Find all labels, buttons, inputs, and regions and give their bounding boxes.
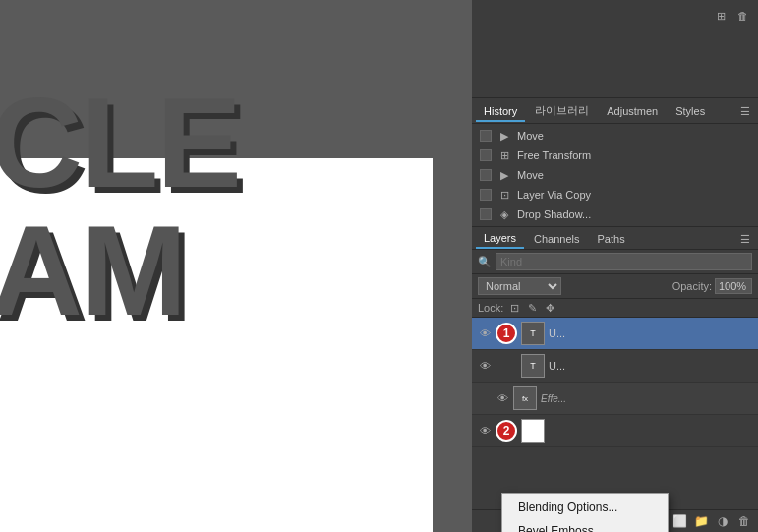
history-checkbox [480,169,492,181]
layer-thumb-fx: fx [513,386,537,410]
history-panel: History 라이브러리 Adjustmen Styles ☰ ▶ Move … [472,98,758,227]
history-label: Layer Via Copy [517,189,591,201]
history-item-layer-via-copy[interactable]: ⊡ Layer Via Copy [472,185,758,205]
history-checkbox [480,208,492,220]
history-item-dropshadow[interactable]: ◈ Drop Shadow... [472,205,758,224]
blend-mode-select[interactable]: Normal [478,277,561,295]
opacity-input[interactable] [715,278,752,294]
context-menu: Blending Options... Bevel Emboss... Stro… [501,493,669,532]
history-checkbox [480,130,492,142]
layer-badge-1: 1 [496,323,517,344]
tab-history[interactable]: History [476,102,525,122]
layer-thumb-text2: T [521,354,545,378]
canvas-area: CLE AM [0,0,472,532]
right-panel: ⊞ 🗑 History 라이브러리 Adjustmen Styles ☰ ▶ M… [472,0,758,532]
mini-panel-icons: ⊞ 🗑 [713,8,750,24]
history-label: Move [517,169,544,181]
layers-search-bar: 🔍 [472,250,758,274]
layers-panel: Layers Channels Paths ☰ 🔍 Normal Opacity… [472,227,758,532]
layer-item-text1[interactable]: 👁 1 T U... [472,318,758,350]
menu-item-bevel-emboss[interactable]: Bevel Emboss... [502,519,668,532]
lock-transparent-icon[interactable]: ⊡ [507,301,521,315]
history-tabs: History 라이브러리 Adjustmen Styles ☰ [472,98,758,124]
layers-list: 👁 1 T U... 👁 T U... 👁 fx Effe... [472,318,758,509]
lock-label: Lock: [478,302,503,314]
layer-name-fx: Effe... [541,393,752,404]
lock-controls: Lock: ⊡ ✎ ✥ [472,299,758,318]
history-label: Move [517,130,544,142]
layer-badge-2: 2 [496,420,517,442]
trash-icon[interactable]: 🗑 [734,8,750,24]
history-item-transform[interactable]: ⊞ Free Transform [472,146,758,165]
layers-controls: Normal Opacity: [472,274,758,299]
layers-tabs: Layers Channels Paths ☰ [472,227,758,250]
layers-panel-menu[interactable]: ☰ [736,233,754,246]
search-icon: 🔍 [478,256,492,268]
opacity-label: Opacity: [672,280,712,292]
eye-icon[interactable]: 👁 [478,359,492,373]
eye-icon[interactable]: 👁 [478,424,492,438]
history-label: Drop Shadow... [517,208,591,220]
menu-item-blending-options[interactable]: Blending Options... [502,496,668,519]
history-checkbox [480,149,492,161]
history-label: Free Transform [517,149,591,161]
layer-copy-icon: ⊡ [497,188,511,202]
transform-icon: ⊞ [497,148,511,162]
eye-icon[interactable]: 👁 [478,326,492,340]
mask-icon[interactable]: ⬜ [671,513,687,529]
move-icon: ▶ [497,129,511,143]
tab-styles[interactable]: Styles [668,102,713,122]
history-panel-menu[interactable]: ☰ [736,105,754,118]
history-checkbox [480,189,492,201]
canvas-text-line1: CLE [0,69,240,216]
tab-layers[interactable]: Layers [476,229,524,249]
tab-channels[interactable]: Channels [526,230,587,248]
opacity-control: Opacity: [672,278,752,294]
eye-icon[interactable]: 👁 [496,391,509,405]
history-item-move2[interactable]: ▶ Move [472,165,758,185]
folder-icon[interactable]: 📁 [693,513,709,529]
move-icon2: ▶ [497,168,511,182]
layer-item-bg[interactable]: 👁 2 [472,415,758,447]
canvas-text-line2: AM [0,197,185,344]
panel-icon[interactable]: ⊞ [713,8,729,24]
history-list: ▶ Move ⊞ Free Transform ▶ Move [472,124,758,226]
layer-thumb-bg [521,419,545,443]
trash-icon[interactable]: 🗑 [736,513,752,529]
layer-name-text1: U... [549,327,752,339]
history-item-move1[interactable]: ▶ Move [472,126,758,146]
top-mini-panel: ⊞ 🗑 [472,0,758,98]
adjustment-icon[interactable]: ◑ [715,513,730,529]
layers-search-input[interactable] [496,253,752,270]
tab-library[interactable]: 라이브러리 [527,100,597,123]
layer-name-text2: U... [549,360,752,372]
lock-position-icon[interactable]: ✥ [543,301,556,315]
lock-pixels-icon[interactable]: ✎ [525,301,539,315]
tab-adjustments[interactable]: Adjustmen [599,102,666,122]
shadow-icon: ◈ [497,207,511,221]
layer-thumb-text1: T [521,322,545,345]
layer-item-text2[interactable]: 👁 T U... [472,350,758,383]
main-layout: CLE AM ⊞ 🗑 History 라이브러리 Adjustmen Style… [0,0,758,532]
layer-item-effects[interactable]: 👁 fx Effe... [472,383,758,415]
tab-paths[interactable]: Paths [590,230,633,248]
